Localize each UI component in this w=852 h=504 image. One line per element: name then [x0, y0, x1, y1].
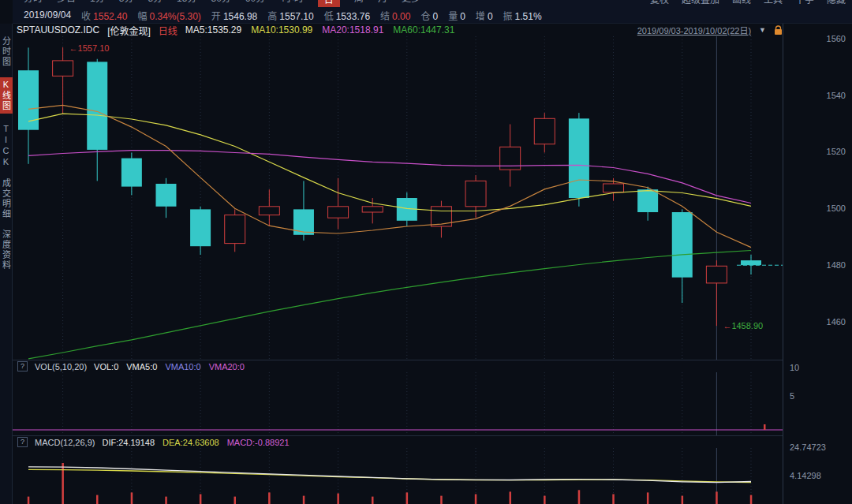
tab-period-3[interactable]: 3分: [119, 0, 134, 7]
sidebar-item-minute-chart[interactable]: 分时图: [0, 36, 13, 67]
tab-period-4[interactable]: 5分: [148, 0, 163, 7]
quote-field-label-9: 振: [503, 11, 513, 22]
tab-period-9[interactable]: 日: [318, 0, 340, 7]
quote-field-label-4: 低: [324, 11, 334, 22]
volume-stats: VOL:0VMA5:0VMA10:0VMA20:0: [94, 362, 245, 371]
quote-field-value-5: 0.00: [392, 11, 410, 22]
svg-text:←1458.90: ←1458.90: [723, 321, 763, 330]
ma-legend: MA5:1535.29MA10:1530.99MA20:1518.91MA60:…: [185, 24, 455, 35]
period-tabs: 分时多日1分3分5分15分30分60分4小时日周月更多: [13, 0, 420, 7]
quote-field-6: 仓0: [420, 9, 438, 22]
tab-period-2[interactable]: 1分: [90, 0, 105, 7]
quote-field-3: 高1557.10: [267, 9, 313, 22]
ma-label-3: MA60:1447.31: [393, 24, 454, 35]
sidebar: 分时图K线图TICK成交明细深度资料: [0, 24, 13, 504]
quote-field-0: 收1552.40: [81, 9, 127, 22]
volume-title: VOL(5,10,20): [35, 362, 87, 371]
ma-label-1: MA10:1530.99: [251, 24, 312, 35]
quote-field-value-9: 1.51%: [515, 11, 542, 22]
quote-field-value-0: 1552.40: [93, 11, 127, 22]
quote-info-bar: 2019/09/04 收1552.40幅0.34%(5.30)开1546.98高…: [13, 7, 852, 24]
macd-header: ? MACD(12,26,9) DIF:24.19148DEA:24.63608…: [13, 435, 783, 448]
vol-stat-3: VMA20:0: [209, 362, 245, 371]
quote-field-label-7: 量: [448, 11, 458, 22]
quote-field-label-2: 开: [211, 11, 221, 22]
tab-period-12[interactable]: 更多: [402, 0, 420, 7]
quote-field-label-0: 收: [81, 11, 91, 22]
trading-app: 分时多日1分3分5分15分30分60分4小时日周月更多 复权超级叠加画线工具十字…: [0, 0, 852, 504]
price-tick-2: 1520: [827, 147, 846, 156]
quote-field-value-2: 1546.98: [223, 11, 257, 22]
volume-chart[interactable]: [13, 372, 783, 435]
tab-period-7[interactable]: 60分: [245, 0, 265, 7]
tool-0[interactable]: 复权: [650, 0, 669, 6]
candlestick-chart[interactable]: ←1557.10←1458.90: [13, 36, 783, 360]
chevron-down-icon[interactable]: ▼: [759, 26, 766, 34]
quote-field-9: 振1.51%: [503, 9, 542, 22]
quote-field-label-1: 幅: [137, 11, 147, 22]
quote-field-value-1: 0.34%(5.30): [149, 11, 200, 22]
macd-stats: DIF:24.19148DEA:24.63608MACD:-0.88921: [102, 438, 289, 447]
ma-label-2: MA20:1518.91: [322, 24, 383, 35]
sidebar-item-trade-detail[interactable]: 成交明细: [0, 178, 13, 219]
quote-field-2: 开1546.98: [211, 9, 257, 22]
macd-title: MACD(12,26,9): [35, 438, 95, 447]
vol-tick-1: 5: [790, 391, 794, 401]
price-tick-1: 1540: [827, 91, 846, 100]
tab-period-8[interactable]: 4小时: [279, 0, 304, 7]
sidebar-item-depth-data[interactable]: 深度资料: [0, 230, 13, 271]
quote-field-label-6: 仓: [420, 11, 430, 22]
tab-period-10[interactable]: 周: [354, 0, 364, 7]
quote-field-label-3: 高: [267, 11, 277, 22]
quote-fields: 收1552.40幅0.34%(5.30)开1546.98高1557.10低153…: [81, 9, 542, 22]
tab-period-6[interactable]: 30分: [211, 0, 230, 7]
tool-3[interactable]: 工具: [764, 0, 783, 6]
vol-tick-0: 10: [790, 363, 799, 372]
tab-period-5[interactable]: 15分: [177, 0, 196, 7]
vol-stat-0: VOL:0: [94, 362, 118, 371]
price-tick-5: 1460: [827, 317, 846, 327]
vol-stat-1: VMA5:0: [126, 362, 157, 371]
macd-tick-0: 24.74723: [790, 442, 826, 452]
tool-1[interactable]: 超级叠加: [682, 0, 719, 6]
tool-5[interactable]: 隐藏: [827, 0, 846, 6]
quote-field-value-6: 0: [432, 11, 438, 22]
quote-field-value-4: 1533.76: [336, 11, 370, 22]
tool-4[interactable]: 十字: [795, 0, 814, 6]
macd-stat-2: MACD:-0.88921: [227, 438, 290, 447]
symbol-code: SPTAUUSDOZ.IDC: [17, 24, 99, 35]
macd-stat-1: DEA:24.63608: [163, 438, 219, 447]
quote-field-value-7: 0: [460, 11, 465, 22]
svg-text:←1557.10: ←1557.10: [69, 43, 110, 53]
price-axis: 15601540152015001480146010524.747234.142…: [783, 24, 852, 504]
macd-stat-0: DIF:24.19148: [102, 438, 155, 447]
macd-chart[interactable]: [13, 448, 783, 504]
tab-period-1[interactable]: 多日: [57, 0, 76, 7]
tab-period-11[interactable]: 月: [378, 0, 387, 7]
quote-field-7: 量0: [448, 9, 465, 22]
period-label: 日线: [159, 24, 178, 37]
symbol-name: [伦敦金现]: [107, 24, 151, 37]
quote-field-value-8: 0: [488, 11, 493, 22]
chart-header: SPTAUUSDOZ.IDC [伦敦金现] 日线 MA5:1535.29MA10…: [13, 24, 783, 36]
help-icon[interactable]: ?: [17, 361, 28, 371]
tab-period-0[interactable]: 分时: [24, 0, 43, 7]
quote-field-value-3: 1557.10: [279, 11, 313, 22]
top-tools: 复权超级叠加画线工具十字隐藏: [650, 0, 852, 6]
price-tick-4: 1480: [827, 260, 846, 270]
sidebar-item-kline-chart[interactable]: K线图: [0, 77, 13, 114]
sidebar-item-tick[interactable]: TICK: [2, 124, 11, 168]
quote-field-1: 幅0.34%(5.30): [137, 9, 200, 22]
macd-tick-1: 4.14298: [790, 471, 821, 480]
ma-label-0: MA5:1535.29: [185, 24, 241, 35]
quote-field-8: 增0: [476, 9, 493, 22]
quote-field-label-8: 增: [476, 11, 485, 22]
lock-icon[interactable]: [774, 25, 783, 35]
quote-field-5: 结0.00: [380, 9, 410, 22]
date-range[interactable]: 2019/09/03-2019/10/02(22日): [637, 24, 751, 36]
quote-field-label-5: 结: [380, 11, 390, 22]
tool-2[interactable]: 画线: [732, 0, 751, 6]
volume-header: ? VOL(5,10,20) VOL:0VMA5:0VMA10:0VMA20:0: [13, 360, 783, 372]
period-tabs-strip: 分时多日1分3分5分15分30分60分4小时日周月更多 复权超级叠加画线工具十字…: [13, 0, 852, 7]
help-icon[interactable]: ?: [17, 437, 28, 447]
